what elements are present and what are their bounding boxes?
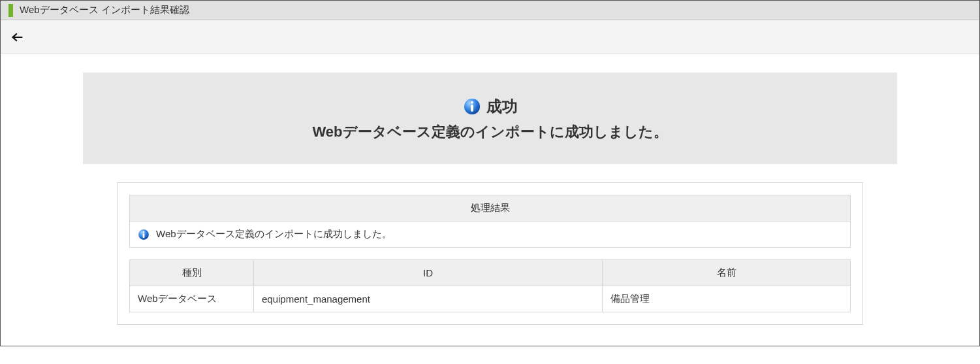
table-row: Webデータベース定義のインポートに成功しました。: [130, 222, 851, 248]
titlebar: Webデータベース インポート結果確認: [1, 1, 979, 20]
page-title: Webデータベース インポート結果確認: [20, 4, 189, 16]
svg-point-1: [470, 101, 473, 104]
cell-type: Webデータベース: [130, 286, 254, 312]
main-content: 成功 Webデータベース定義のインポートに成功しました。 処理結果: [1, 54, 979, 346]
svg-rect-2: [470, 105, 473, 112]
cell-id: equipment_management: [254, 286, 603, 312]
status-message: Webデータベース定義のインポートに成功しました。: [96, 122, 884, 142]
result-header: 処理結果: [130, 195, 851, 222]
col-header-id: ID: [254, 260, 603, 286]
status-banner: 成功 Webデータベース定義のインポートに成功しました。: [83, 73, 897, 164]
svg-point-4: [143, 231, 145, 233]
detail-table: 種別 ID 名前 Webデータベース equipment_management …: [129, 259, 851, 312]
arrow-left-icon: [10, 30, 25, 44]
info-icon: [138, 229, 150, 240]
col-header-name: 名前: [603, 260, 851, 286]
title-stripe-icon: [8, 4, 13, 17]
table-row: Webデータベース equipment_management 備品管理: [130, 286, 851, 312]
info-icon: [463, 97, 481, 116]
actionbar: [1, 20, 979, 54]
status-label: 成功: [486, 96, 518, 117]
result-message: Webデータベース定義のインポートに成功しました。: [156, 228, 392, 240]
svg-rect-5: [143, 233, 145, 238]
result-table: 処理結果: [129, 195, 851, 248]
cell-name: 備品管理: [603, 286, 851, 312]
back-button[interactable]: [8, 29, 27, 45]
result-container: 処理結果: [117, 182, 863, 325]
col-header-type: 種別: [130, 260, 254, 286]
